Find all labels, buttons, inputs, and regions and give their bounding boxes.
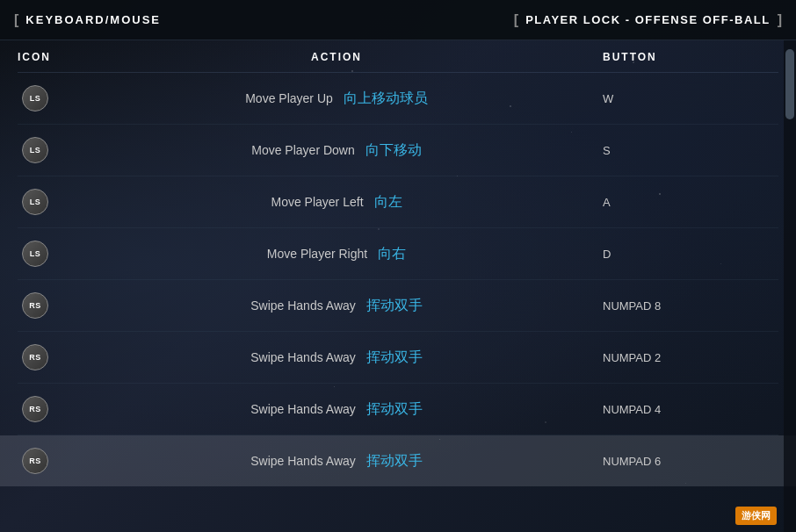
- action-english: Move Player Right: [267, 247, 367, 261]
- col-action-header: ACTION: [88, 51, 585, 63]
- button-cell: W: [585, 92, 778, 105]
- icon-cell: LS: [18, 85, 88, 111]
- player-lock-title: PLAYER LOCK - OFFENSE OFF-BALL: [525, 13, 771, 26]
- button-cell: NUMPAD 2: [585, 351, 778, 364]
- button-cell: S: [585, 144, 778, 157]
- action-chinese: 挥动双手: [366, 400, 423, 419]
- watermark: 游侠网: [735, 507, 777, 525]
- controls-table: ICON ACTION BUTTON LS Move Player Up 向上移…: [0, 40, 796, 486]
- col-icon-header: ICON: [18, 51, 88, 63]
- action-chinese: 向下移动: [365, 141, 422, 160]
- action-chinese: 挥动双手: [366, 297, 423, 315]
- action-cell: Move Player Left 向左: [88, 193, 585, 212]
- button-cell: NUMPAD 8: [585, 299, 778, 313]
- icon-cell: LS: [18, 241, 88, 267]
- header-right: [ PLAYER LOCK - OFFENSE OFF-BALL ]: [514, 12, 782, 28]
- button-cell: D: [585, 248, 778, 261]
- table-row: RS Swipe Hands Away 挥动双手 NUMPAD 8: [18, 280, 778, 332]
- table-row: LS Move Player Left 向左 A: [18, 176, 778, 228]
- action-chinese: 向左: [374, 193, 402, 212]
- icon-cell: RS: [18, 292, 88, 319]
- action-cell: Swipe Hands Away 挥动双手: [88, 349, 585, 367]
- table-row: LS Move Player Right 向右 D: [18, 228, 778, 280]
- left-bracket-icon: [: [14, 12, 18, 28]
- action-cell: Swipe Hands Away 挥动双手: [88, 400, 585, 419]
- right-icon-left: [: [514, 12, 518, 28]
- icon-badge: LS: [22, 137, 48, 163]
- action-cell: Move Player Up 向上移动球员: [88, 90, 585, 108]
- icon-badge: RS: [22, 396, 48, 422]
- header-left: [ KEYBOARD/MOUSE: [14, 12, 161, 28]
- icon-badge: RS: [22, 292, 48, 319]
- icon-cell: RS: [18, 344, 88, 370]
- table-rows-container: LS Move Player Up 向上移动球员 W LS Move Playe…: [18, 73, 778, 486]
- icon-cell: RS: [18, 396, 88, 422]
- icon-badge: RS: [22, 344, 48, 370]
- col-button-header: BUTTON: [585, 51, 778, 63]
- icon-badge: LS: [22, 189, 48, 215]
- button-cell: A: [585, 196, 778, 209]
- icon-cell: RS: [18, 448, 88, 474]
- action-cell: Swipe Hands Away 挥动双手: [88, 297, 585, 315]
- action-english: Move Player Up: [245, 91, 333, 105]
- table-row: RS Swipe Hands Away 挥动双手 NUMPAD 2: [18, 332, 778, 384]
- table-row: LS Move Player Down 向下移动 S: [18, 125, 778, 176]
- action-cell: Swipe Hands Away 挥动双手: [88, 452, 585, 471]
- right-icon-right: ]: [778, 12, 782, 28]
- action-cell: Move Player Right 向右: [88, 245, 585, 263]
- action-english: Swipe Hands Away: [250, 298, 356, 313]
- table-row: LS Move Player Up 向上移动球员 W: [18, 73, 778, 125]
- icon-badge: LS: [22, 241, 48, 267]
- action-english: Swipe Hands Away: [250, 402, 356, 416]
- button-cell: NUMPAD 4: [585, 403, 778, 416]
- header-bar: [ KEYBOARD/MOUSE [ PLAYER LOCK - OFFENSE…: [0, 0, 796, 40]
- icon-badge: LS: [22, 85, 48, 111]
- icon-badge: RS: [22, 448, 48, 474]
- action-chinese: 挥动双手: [366, 349, 423, 367]
- action-chinese: 挥动双手: [366, 452, 423, 471]
- scrollbar[interactable]: [784, 40, 796, 532]
- button-cell: NUMPAD 6: [585, 455, 778, 468]
- icon-cell: LS: [18, 189, 88, 215]
- action-chinese: 向上移动球员: [344, 90, 428, 108]
- action-chinese: 向右: [378, 245, 406, 263]
- action-cell: Move Player Down 向下移动: [88, 141, 585, 160]
- action-english: Swipe Hands Away: [250, 454, 356, 468]
- icon-cell: LS: [18, 137, 88, 163]
- table-row: RS Swipe Hands Away 挥动双手 NUMPAD 4: [18, 384, 778, 435]
- scrollbar-thumb[interactable]: [785, 49, 794, 119]
- column-headers: ICON ACTION BUTTON: [18, 40, 778, 73]
- keyboard-mouse-title: KEYBOARD/MOUSE: [25, 13, 161, 26]
- action-english: Swipe Hands Away: [250, 350, 356, 364]
- table-row[interactable]: RS Swipe Hands Away 挥动双手 NUMPAD 6: [0, 435, 796, 486]
- action-english: Move Player Left: [271, 195, 363, 209]
- action-english: Move Player Down: [251, 143, 355, 157]
